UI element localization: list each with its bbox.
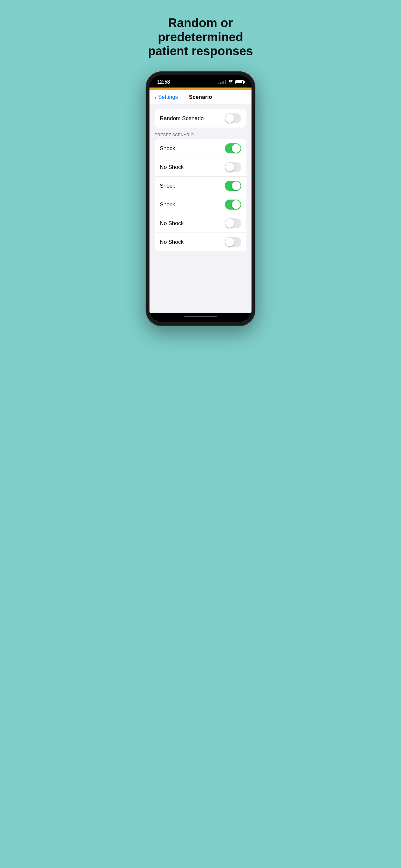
preset-row-5: No Shock [155,233,246,251]
toggle-thumb-0 [232,144,241,153]
status-bar: 12:58 [150,75,251,88]
phone-screen: ‹ Settings Scenario Random Scenario [150,88,251,322]
chevron-left-icon: ‹ [155,94,157,100]
preset-row-2: Shock [155,177,246,195]
toggle-thumb-2 [232,182,241,190]
random-scenario-card: Random Scenario [155,109,246,128]
nav-back-label: Settings [158,94,178,100]
random-scenario-row: Random Scenario [155,109,246,128]
headline-line2: patient responses [148,44,253,58]
wifi-icon [228,80,234,85]
preset-toggle-0[interactable] [225,144,241,153]
status-icons [218,80,244,85]
svg-point-0 [230,83,231,84]
toggle-thumb-3 [232,200,241,209]
settings-content: Random Scenario PRESET SCENARIO [150,104,251,313]
random-scenario-group: Random Scenario [150,109,251,128]
preset-label-2: Shock [160,183,175,189]
preset-scenario-card: Shock No Shock [155,139,246,251]
battery-icon [235,80,244,84]
phone-mockup: 12:58 [146,71,255,326]
preset-row-0: Shock [155,139,246,158]
preset-row-3: Shock [155,195,246,214]
empty-space [150,256,251,308]
status-time: 12:58 [157,79,170,85]
random-scenario-label: Random Scenario [160,115,204,122]
preset-label-0: Shock [160,145,175,152]
preset-label-5: No Shock [160,239,184,245]
preset-row-4: No Shock [155,214,246,233]
signal-icon [218,81,226,84]
preset-toggle-1[interactable] [225,162,241,172]
page-headline: Random or predetermined patient response… [140,16,261,58]
nav-back-button[interactable]: ‹ Settings [155,94,178,100]
page-wrapper: Random or predetermined patient response… [134,0,267,339]
toggle-thumb [225,114,234,123]
random-scenario-toggle[interactable] [225,113,241,123]
nav-bar: ‹ Settings Scenario [150,90,251,104]
preset-scenario-group: PRESET SCENARIO Shock No Shock [150,133,251,251]
preset-toggle-2[interactable] [225,181,241,191]
nav-title: Scenario [189,94,212,100]
preset-label-3: Shock [160,202,175,208]
home-bar [184,316,217,317]
preset-row-1: No Shock [155,158,246,177]
toggle-thumb-1 [225,163,234,172]
preset-scenario-section-label: PRESET SCENARIO [150,133,251,139]
preset-toggle-3[interactable] [225,199,241,210]
preset-label-4: No Shock [160,220,184,227]
toggle-thumb-4 [225,219,234,228]
headline-line1: Random or predetermined [158,16,243,44]
preset-toggle-4[interactable] [225,218,241,228]
phone-frame: 12:58 [146,71,255,326]
toggle-thumb-5 [225,238,234,246]
preset-toggle-5[interactable] [225,237,241,247]
orange-accent-bar [150,88,251,90]
home-indicator [150,313,251,322]
preset-label-1: No Shock [160,164,184,170]
